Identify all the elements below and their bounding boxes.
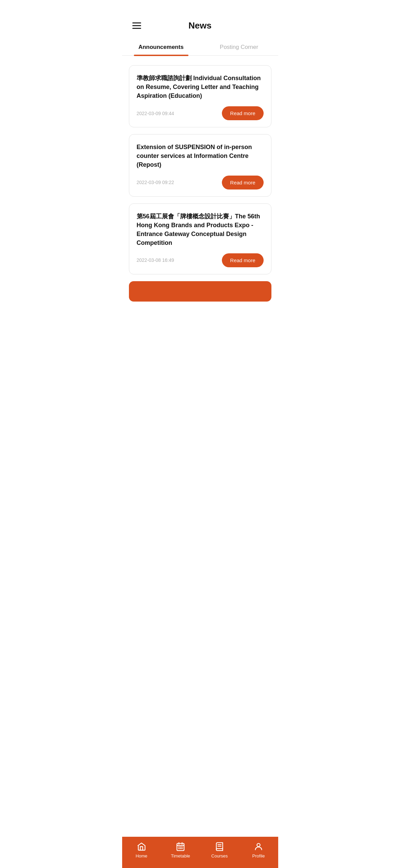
nav-item-timetable[interactable]: Timetable [169, 842, 192, 858]
courses-icon [214, 842, 225, 852]
bottom-nav: Home Timetable [122, 837, 278, 868]
news-card-partial [129, 281, 271, 302]
header: News [122, 0, 278, 38]
nav-label-timetable: Timetable [171, 853, 190, 858]
news-card-2: Extension of SUSPENSION of in-person cou… [129, 134, 271, 196]
news-footer-1: 2022-03-09 09:44 Read more [137, 106, 264, 120]
read-more-button-1[interactable]: Read more [222, 106, 263, 120]
news-date-1: 2022-03-09 09:44 [137, 111, 174, 116]
news-footer-2: 2022-03-09 09:22 Read more [137, 176, 264, 189]
news-footer-3: 2022-03-08 16:49 Read more [137, 253, 264, 267]
svg-point-12 [257, 844, 260, 847]
menu-icon[interactable] [132, 22, 141, 29]
tabs-container: Announcements Posting Corner [122, 38, 278, 56]
nav-item-profile[interactable]: Profile [247, 842, 270, 858]
profile-icon [253, 842, 264, 852]
home-icon [136, 842, 147, 852]
news-date-2: 2022-03-09 09:22 [137, 180, 174, 185]
news-date-3: 2022-03-08 16:49 [137, 257, 174, 263]
timetable-icon [175, 842, 186, 852]
news-title-2: Extension of SUSPENSION of in-person cou… [137, 143, 264, 169]
tab-posting-corner[interactable]: Posting Corner [200, 38, 278, 55]
news-card-1: 準教師求職諮詢計劃 Individual Consultation on Res… [129, 65, 271, 127]
nav-label-courses: Courses [211, 853, 228, 858]
news-list: 準教師求職諮詢計劃 Individual Consultation on Res… [122, 59, 278, 342]
page-title: News [132, 20, 268, 31]
nav-item-courses[interactable]: Courses [208, 842, 231, 858]
nav-item-home[interactable]: Home [130, 842, 153, 858]
tab-announcements[interactable]: Announcements [122, 38, 200, 55]
read-more-button-2[interactable]: Read more [222, 176, 263, 189]
read-more-button-3[interactable]: Read more [222, 253, 263, 267]
news-title-1: 準教師求職諮詢計劃 Individual Consultation on Res… [137, 74, 264, 100]
news-title-3: 第56屆工展會「牌樓概念設計比賽」The 56th Hong Kong Bran… [137, 212, 264, 247]
nav-label-profile: Profile [252, 853, 265, 858]
nav-label-home: Home [136, 853, 148, 858]
news-card-3: 第56屆工展會「牌樓概念設計比賽」The 56th Hong Kong Bran… [129, 203, 271, 274]
